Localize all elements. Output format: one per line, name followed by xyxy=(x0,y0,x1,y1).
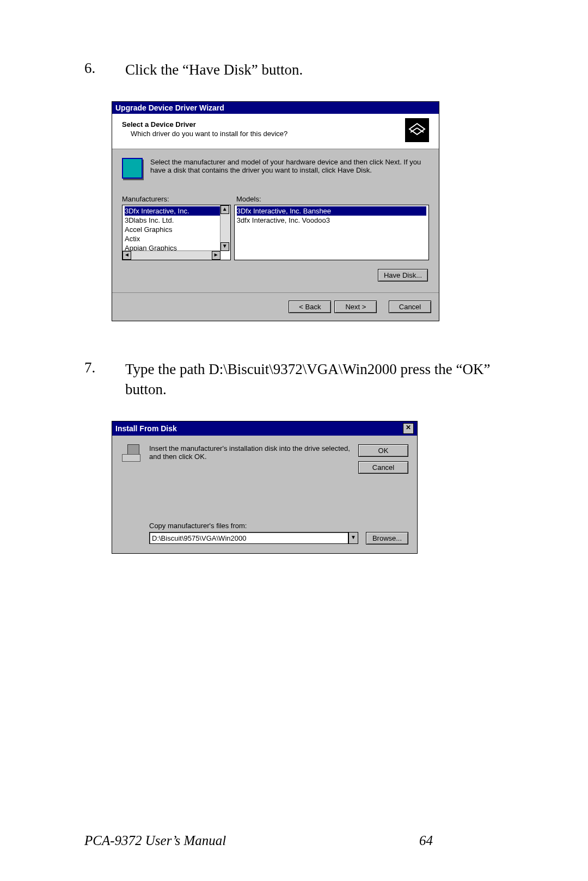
close-icon[interactable]: ✕ xyxy=(403,423,414,434)
scroll-right-icon[interactable]: ► xyxy=(212,251,220,260)
upgrade-driver-wizard: Upgrade Device Driver Wizard Select a De… xyxy=(112,101,439,321)
wizard-subheading: Which driver do you want to install for … xyxy=(131,130,287,138)
models-label: Models: xyxy=(236,195,261,203)
cancel-button[interactable]: Cancel xyxy=(358,461,408,474)
models-list[interactable]: 3Dfx Interactive, Inc. Banshee 3dfx Inte… xyxy=(234,205,429,260)
dropdown-icon[interactable]: ▼ xyxy=(348,532,358,544)
step-number: 6. xyxy=(84,60,125,79)
monitor-icon xyxy=(122,158,143,179)
scroll-down-icon[interactable]: ▼ xyxy=(220,242,229,251)
copy-from-label: Copy manufacturer's files from: xyxy=(149,522,408,530)
browse-button[interactable]: Browse... xyxy=(366,532,408,544)
install-from-disk-dialog: Install From Disk ✕ Insert the manufactu… xyxy=(112,421,418,554)
device-icon xyxy=(405,118,429,142)
wizard-description: Select the manufacturer and model of you… xyxy=(150,158,429,179)
manufacturers-label: Manufacturers: xyxy=(122,195,236,203)
have-disk-button[interactable]: Have Disk... xyxy=(378,269,428,282)
list-item[interactable]: 3Dlabs Inc. Ltd. xyxy=(125,216,228,225)
disk-icon xyxy=(121,444,142,462)
vertical-scrollbar[interactable]: ▲ ▼ xyxy=(220,205,230,251)
svg-rect-0 xyxy=(405,118,429,142)
page-footer: PCA-9372 User’s Manual 64 xyxy=(84,833,433,848)
step-text: Type the path D:\Biscuit\9372\VGA\Win200… xyxy=(125,359,504,399)
horizontal-scrollbar[interactable]: ◄ ► xyxy=(122,250,220,260)
ok-button[interactable]: OK xyxy=(358,444,408,457)
list-item[interactable]: Accel Graphics xyxy=(125,225,228,234)
list-item[interactable]: 3dfx Interactive, Inc. Voodoo3 xyxy=(237,216,426,225)
list-item[interactable]: 3Dfx Interactive, Inc. Banshee xyxy=(237,206,426,216)
manual-title: PCA-9372 User’s Manual xyxy=(84,833,419,848)
manufacturers-list[interactable]: 3Dfx Interactive, Inc. 3Dlabs Inc. Ltd. … xyxy=(122,205,231,260)
page-number: 64 xyxy=(419,833,433,848)
scroll-up-icon[interactable]: ▲ xyxy=(220,205,229,214)
dialog-titlebar[interactable]: Install From Disk ✕ xyxy=(112,421,417,436)
path-input[interactable] xyxy=(149,532,348,544)
install-message: Insert the manufacturer's installation d… xyxy=(149,444,351,478)
step-text: Click the “Have Disk” button. xyxy=(125,60,504,79)
list-item[interactable]: 3Dfx Interactive, Inc. xyxy=(125,206,228,216)
step-number: 7. xyxy=(84,359,125,399)
wizard-heading: Select a Device Driver xyxy=(122,120,287,129)
dialog-title: Install From Disk xyxy=(115,424,177,433)
back-button[interactable]: < Back xyxy=(289,301,331,313)
wizard-titlebar[interactable]: Upgrade Device Driver Wizard xyxy=(112,102,439,114)
cancel-button[interactable]: Cancel xyxy=(389,301,431,313)
scroll-left-icon[interactable]: ◄ xyxy=(122,251,131,260)
next-button[interactable]: Next > xyxy=(334,301,377,313)
list-item[interactable]: Actix xyxy=(125,234,228,243)
